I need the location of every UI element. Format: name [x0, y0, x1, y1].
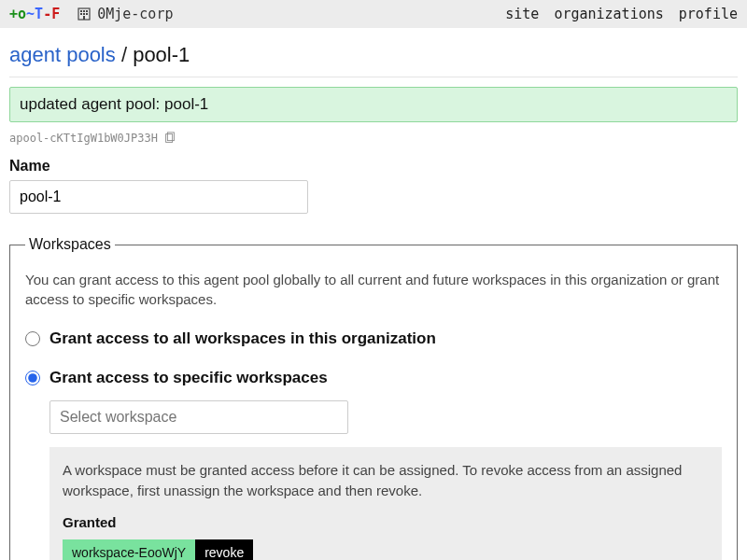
- granted-item: workspace-EooWjY revoke: [63, 539, 709, 561]
- radio-grant-specific-label: Grant access to specific workspaces: [49, 369, 328, 387]
- svg-rect-6: [86, 13, 88, 15]
- granted-heading: Granted: [63, 514, 709, 530]
- org-name: 0Mje-corp: [97, 6, 173, 22]
- top-bar: +o~T-F 0Mje-corp site organizations prof…: [0, 0, 747, 28]
- granted-workspace-name: workspace-EooWjY: [63, 539, 195, 561]
- revoke-button[interactable]: revoke: [195, 539, 253, 561]
- radio-grant-all[interactable]: [25, 331, 40, 346]
- pool-id-line: apool-cKTtIgW1bW0JP33H: [9, 132, 738, 145]
- workspace-select[interactable]: [49, 400, 348, 434]
- svg-rect-5: [83, 13, 85, 15]
- name-label: Name: [9, 158, 738, 175]
- granted-note: A workspace must be granted access befor…: [63, 460, 709, 501]
- radio-grant-specific[interactable]: [25, 371, 40, 385]
- workspaces-legend: Workspaces: [25, 236, 115, 253]
- breadcrumb: agent pools / pool-1: [9, 37, 738, 77]
- svg-rect-4: [80, 13, 82, 15]
- copy-icon[interactable]: [163, 132, 176, 145]
- svg-rect-7: [83, 16, 85, 20]
- workspaces-description: You can grant access to this agent pool …: [25, 270, 722, 309]
- flash-message: updated agent pool: pool-1: [9, 87, 738, 122]
- svg-rect-1: [80, 10, 82, 12]
- logo: +o~T-F: [9, 6, 60, 22]
- pool-id: apool-cKTtIgW1bW0JP33H: [9, 132, 158, 145]
- breadcrumb-sep: /: [121, 43, 127, 66]
- breadcrumb-root[interactable]: agent pools: [9, 43, 116, 66]
- breadcrumb-current: pool-1: [133, 43, 190, 66]
- nav-site[interactable]: site: [505, 6, 539, 22]
- workspaces-fieldset: Workspaces You can grant access to this …: [9, 236, 738, 560]
- radio-grant-all-label: Grant access to all workspaces in this o…: [49, 329, 436, 348]
- org-link[interactable]: 0Mje-corp: [77, 6, 173, 22]
- svg-rect-3: [86, 10, 88, 12]
- name-input[interactable]: [9, 180, 308, 214]
- nav-profile[interactable]: profile: [679, 6, 738, 22]
- svg-rect-2: [83, 10, 85, 12]
- nav-organizations[interactable]: organizations: [554, 6, 663, 22]
- building-icon: [77, 7, 92, 21]
- granted-box: A workspace must be granted access befor…: [49, 447, 722, 560]
- nav-right: site organizations profile: [505, 6, 738, 22]
